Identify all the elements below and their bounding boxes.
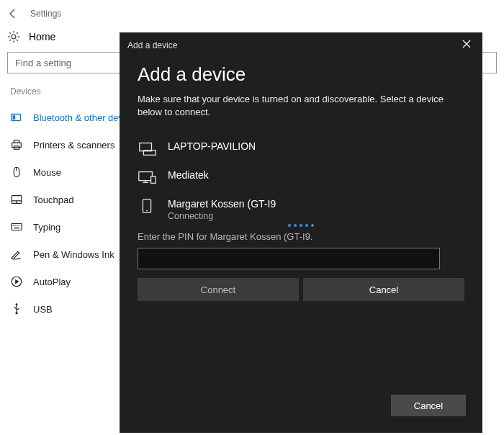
- dialog-titlebar: Add a device: [120, 33, 482, 55]
- add-device-dialog: Add a device Add a device Make sure that…: [120, 32, 482, 433]
- svg-rect-20: [13, 225, 14, 225]
- device-item[interactable]: LAPTOP-PAVILION: [138, 132, 464, 161]
- svg-line-7: [17, 32, 18, 34]
- connect-button[interactable]: Connect: [138, 278, 299, 301]
- svg-rect-34: [139, 172, 153, 181]
- pen-icon: [10, 248, 23, 261]
- dialog-subtext: Make sure that your device is turned on …: [138, 93, 464, 119]
- device-item-connecting[interactable]: Margaret Kossen (GT-I9 Connecting: [138, 189, 464, 225]
- svg-rect-12: [14, 140, 19, 143]
- touchpad-icon: [10, 193, 23, 206]
- progress-dots-icon: [138, 224, 464, 227]
- sidebar-item-label: AutoPlay: [33, 277, 71, 287]
- home-label: Home: [29, 31, 55, 42]
- sidebar-item-label: Typing: [33, 222, 60, 233]
- svg-rect-37: [151, 176, 156, 183]
- autoplay-icon: [10, 275, 23, 288]
- sidebar-item-label: Touchpad: [33, 194, 73, 205]
- svg-marker-26: [15, 279, 19, 284]
- svg-rect-22: [17, 225, 17, 225]
- sidebar-item-label: Printers & scanners: [33, 140, 114, 151]
- cancel-button[interactable]: Cancel: [303, 278, 464, 301]
- usb-icon: [10, 302, 23, 315]
- sidebar-item-label: Pen & Windows Ink: [33, 249, 114, 260]
- topbar-title: Settings: [30, 9, 61, 19]
- dialog-cancel-button[interactable]: Cancel: [391, 395, 466, 416]
- laptop-icon: [138, 140, 156, 156]
- svg-point-28: [16, 303, 18, 305]
- back-icon[interactable]: [7, 8, 20, 19]
- svg-point-39: [146, 210, 148, 212]
- svg-rect-11: [12, 143, 22, 147]
- svg-rect-29: [16, 313, 18, 315]
- topbar: Settings: [0, 0, 504, 27]
- device-status: Connecting: [168, 211, 276, 221]
- svg-rect-21: [14, 225, 15, 225]
- close-icon[interactable]: [462, 39, 474, 52]
- sidebar-item-label: USB: [33, 304, 53, 315]
- svg-point-0: [12, 35, 16, 39]
- dialog-titlebar-text: Add a device: [127, 40, 177, 50]
- pin-input[interactable]: [138, 248, 440, 269]
- svg-rect-10: [13, 115, 16, 119]
- dialog-heading: Add a device: [138, 63, 464, 86]
- svg-line-6: [17, 40, 18, 41]
- svg-line-8: [9, 40, 11, 41]
- svg-line-5: [9, 32, 11, 34]
- sidebar-item-label: Bluetooth & other dev: [33, 112, 123, 123]
- gear-icon: [7, 30, 20, 43]
- device-name: Mediatek: [168, 169, 209, 181]
- bluetooth-icon: [10, 111, 23, 124]
- keyboard-icon: [10, 220, 23, 233]
- phone-icon: [138, 198, 156, 214]
- svg-rect-32: [140, 143, 152, 151]
- pin-prompt: Enter the PIN for Margaret Kossen (GT-I9…: [138, 231, 464, 242]
- sidebar-item-label: Mouse: [33, 167, 61, 178]
- svg-rect-24: [14, 228, 19, 228]
- device-name: Margaret Kossen (GT-I9: [168, 198, 276, 210]
- svg-rect-19: [12, 224, 22, 230]
- device-name: LAPTOP-PAVILION: [168, 140, 256, 152]
- mouse-icon: [10, 166, 23, 179]
- svg-rect-23: [19, 225, 19, 225]
- printer-icon: [10, 138, 23, 151]
- display-icon: [138, 169, 156, 185]
- device-item[interactable]: Mediatek: [138, 161, 464, 189]
